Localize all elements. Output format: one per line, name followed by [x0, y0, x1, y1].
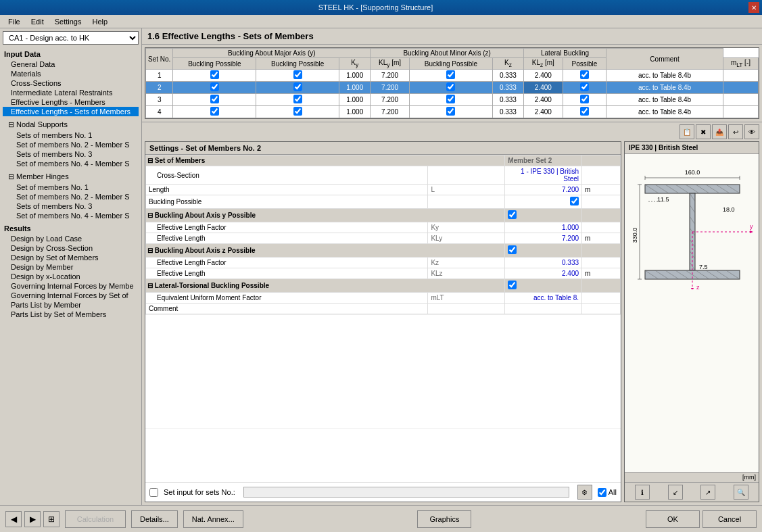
- all-checkbox[interactable]: [598, 488, 606, 497]
- sidebar-item-mh-4[interactable]: Set of members No. 4 - Member S: [3, 211, 139, 220]
- settings-table: ⊟ Set of Members Member Set 2 Cross-Sect…: [145, 155, 621, 314]
- table-cell-mlt: acc. to Table 8.4b: [606, 82, 723, 94]
- sidebar-item-ns-1[interactable]: Sets of members No. 1: [3, 130, 139, 140]
- footer-action-btn[interactable]: ⚙: [577, 485, 592, 500]
- table-cell-comment: [723, 94, 758, 106]
- settings-group-value: [505, 244, 582, 258]
- sidebar-item-intermediate[interactable]: Intermediate Lateral Restraints: [3, 88, 139, 97]
- nav-prev-btn[interactable]: ◀: [5, 511, 22, 527]
- menu-file[interactable]: File: [3, 16, 26, 27]
- design-standard-dropdown[interactable]: CA1 - Design acc. to HK: [3, 31, 139, 45]
- table-cell-bB[interactable]: [256, 82, 339, 94]
- sidebar-item-design-cross[interactable]: Design by Cross-Section: [3, 243, 139, 253]
- calculation-btn[interactable]: Calculation: [65, 510, 126, 528]
- settings-group-value: [505, 209, 582, 222]
- nav-next-btn[interactable]: ▶: [24, 511, 41, 527]
- all-checkbox-group: All: [598, 488, 617, 497]
- sidebar-item-parts-set[interactable]: Parts List by Set of Members: [3, 310, 139, 319]
- settings-sub-value: 7.200: [505, 233, 582, 244]
- xsection-panel: IPE 330 | British Steel 160.0: [624, 141, 759, 502]
- settings-sub-sym: Ky: [428, 222, 505, 233]
- sidebar-item-cross-sections[interactable]: Cross-Sections: [3, 78, 139, 88]
- nodal-supports-label[interactable]: ⊟ Nodal Supports: [3, 119, 139, 130]
- toolbar-delete-btn[interactable]: ✖: [696, 124, 711, 139]
- xsection-info-btn[interactable]: ℹ: [635, 485, 650, 500]
- settings-normal-unit: [582, 195, 621, 209]
- sidebar-item-materials[interactable]: Materials: [3, 69, 139, 78]
- table-cell-bA[interactable]: [173, 94, 256, 106]
- menu-help[interactable]: Help: [87, 16, 113, 27]
- table-cell-bB[interactable]: [256, 94, 339, 106]
- toolbar-export-btn[interactable]: 📤: [712, 124, 727, 139]
- sidebar-item-design-load-case[interactable]: Design by Load Case: [3, 234, 139, 243]
- menu-edit[interactable]: Edit: [26, 16, 49, 27]
- settings-sub-label: Equivalent Uniform Moment Factor: [146, 293, 428, 304]
- xsection-zoom-btn[interactable]: 🔍: [734, 485, 748, 500]
- table-cell-bA[interactable]: [173, 82, 256, 94]
- table-toolbar: 📋 ✖ 📤 ↩ 👁: [142, 122, 762, 141]
- table-cell-kly: 7.200: [371, 94, 410, 106]
- sidebar-item-ns-2[interactable]: Set of members No. 2 - Member S: [3, 140, 139, 149]
- table-row-no: 1: [146, 70, 173, 82]
- settings-normal-value[interactable]: [505, 195, 582, 209]
- svg-text:18.0: 18.0: [723, 206, 735, 213]
- settings-sub-unit: [582, 293, 621, 304]
- table-cell-bE[interactable]: [409, 94, 492, 106]
- col-buckling-possible-c: Buckling Possible: [256, 58, 339, 70]
- table-cell-bE[interactable]: [409, 82, 492, 94]
- sidebar-item-eff-sets[interactable]: Effective Lengths - Sets of Members: [3, 107, 139, 116]
- table-cell-bE[interactable]: [409, 106, 492, 118]
- set-input-checkbox[interactable]: [149, 488, 158, 497]
- table-cell-bH[interactable]: [563, 106, 606, 118]
- toolbar-undo-btn[interactable]: ↩: [728, 124, 743, 139]
- sidebar-item-ns-3[interactable]: Sets of members No. 3: [3, 149, 139, 159]
- header-lateral: Lateral Buckling: [523, 49, 606, 58]
- input-data-section: Input Data General Data Materials Cross-…: [0, 47, 141, 118]
- xsection-import-btn[interactable]: ↗: [700, 485, 715, 500]
- toolbar-copy-btn[interactable]: 📋: [680, 124, 694, 139]
- grid-btn[interactable]: ⊞: [43, 511, 59, 527]
- nat-annex-btn[interactable]: Nat. Annex...: [183, 510, 243, 528]
- sidebar-item-mh-1[interactable]: Set of members No. 1: [3, 183, 139, 192]
- table-cell-bA[interactable]: [173, 70, 256, 82]
- details-btn[interactable]: Details...: [131, 510, 178, 528]
- results-section: Results Design by Load Case Design by Cr…: [0, 222, 141, 320]
- sidebar-item-design-x[interactable]: Design by x-Location: [3, 272, 139, 281]
- member-hinges-label[interactable]: ⊟ Member Hinges: [3, 171, 139, 183]
- table-cell-ky: 1.000: [339, 94, 371, 106]
- table-cell-bB[interactable]: [256, 106, 339, 118]
- settings-sub-sym: Kz: [428, 258, 505, 268]
- col-mlt: mLT [-]: [723, 58, 758, 70]
- sidebar-item-mh-3[interactable]: Sets of members No. 3: [3, 201, 139, 211]
- table-cell-bH[interactable]: [563, 70, 606, 82]
- close-button[interactable]: ✕: [748, 2, 759, 13]
- sidebar-item-eff-members[interactable]: Effective Lengths - Members: [3, 97, 139, 107]
- svg-text:330.0: 330.0: [632, 228, 638, 243]
- menu-settings[interactable]: Settings: [49, 16, 87, 27]
- col-kz: Kz: [492, 58, 523, 70]
- xsection-svg: 160.0 330.0 11.5: [625, 154, 759, 289]
- sidebar-item-gov-member[interactable]: Governing Internal Forces by Membe: [3, 281, 139, 291]
- sidebar-item-design-member[interactable]: Design by Member: [3, 262, 139, 272]
- settings-sub-value: acc. to Table 8.: [505, 293, 582, 304]
- sidebar-item-ns-4[interactable]: Set of members No. 4 - Member S: [3, 159, 139, 168]
- xsection-export-btn[interactable]: ↙: [668, 485, 683, 500]
- ok-btn[interactable]: OK: [646, 510, 700, 528]
- col-klz: KLz [m]: [523, 58, 563, 70]
- sidebar-item-gov-set[interactable]: Governing Internal Forces by Set of: [3, 291, 139, 300]
- table-cell-bA[interactable]: [173, 106, 256, 118]
- sidebar-item-design-set[interactable]: Design by Set of Members: [3, 253, 139, 262]
- sidebar-item-parts-member[interactable]: Parts List by Member: [3, 300, 139, 310]
- table-area[interactable]: Set No. Buckling About Major Axis (y) Bu…: [145, 47, 759, 119]
- xsection-bottom-icons: ℹ ↙ ↗ 🔍: [625, 482, 759, 502]
- graphics-btn[interactable]: Graphics: [417, 510, 471, 528]
- toolbar-view-btn[interactable]: 👁: [744, 124, 759, 139]
- sidebar-item-mh-2[interactable]: Set of members No. 2 - Member S: [3, 192, 139, 201]
- table-cell-bB[interactable]: [256, 70, 339, 82]
- table-cell-bE[interactable]: [409, 70, 492, 82]
- table-cell-bH[interactable]: [563, 82, 606, 94]
- sidebar-item-general-data[interactable]: General Data: [3, 59, 139, 69]
- cancel-btn[interactable]: Cancel: [703, 510, 757, 528]
- table-cell-bH[interactable]: [563, 94, 606, 106]
- settings-sub-unit: [582, 222, 621, 233]
